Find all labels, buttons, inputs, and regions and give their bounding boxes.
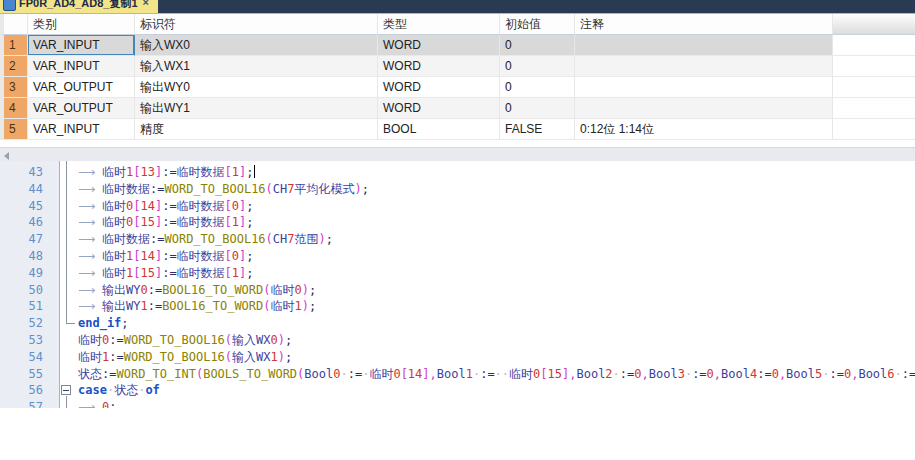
column-header-3[interactable]: 初始值	[500, 14, 575, 35]
column-header-0[interactable]: 类别	[28, 14, 135, 35]
close-icon[interactable]: ×	[143, 0, 149, 8]
token-id: 临时数据	[177, 266, 225, 280]
token-op: :=	[692, 367, 706, 381]
row-number-cell[interactable]: 3	[0, 77, 28, 98]
row-number-cell[interactable]: 4	[0, 98, 28, 119]
cell-initial[interactable]: 0	[500, 77, 575, 98]
code-line-57[interactable]: ⟶0:	[78, 399, 915, 408]
code-area[interactable]: ⟶临时1[13]:=临时数据[1];⟶临时数据:=WORD_TO_BOOL16(…	[0, 161, 915, 408]
tab-whitespace-icon: ⟶	[78, 248, 102, 265]
token-punc: )	[302, 283, 309, 297]
code-line-55[interactable]: 状态:=WORD_TO_INT(BOOLS_TO_WORD(Bool0·:=·临…	[78, 366, 915, 383]
cell-identifier[interactable]: 输出WY0	[135, 77, 378, 98]
code-line-43[interactable]: ⟶临时1[13]:=临时数据[1];	[78, 164, 915, 181]
cell-identifier[interactable]: 精度	[135, 119, 378, 140]
code-line-51[interactable]: ⟶输出WY1:=BOOL16_TO_WORD(临时1);	[78, 298, 915, 315]
token-num: 15	[140, 215, 154, 229]
code-line-52[interactable]: end_if;	[78, 315, 915, 332]
table-horizontal-scrollbar[interactable]	[0, 147, 915, 162]
code-line-48[interactable]: ⟶临时1[14]:=临时数据[0];	[78, 248, 915, 265]
token-id: 临时数据	[177, 165, 225, 179]
token-id: 平均化模式	[295, 182, 355, 196]
cell-category[interactable]: VAR_INPUT	[28, 56, 135, 77]
cell-filler	[833, 98, 915, 119]
tab-title: FP0R_AD4_AD8_复制1	[19, 0, 138, 11]
row-number-cell[interactable]: 5	[0, 119, 28, 140]
text-cursor	[254, 165, 256, 178]
token-num: 7	[287, 232, 294, 246]
cell-category[interactable]: VAR_OUTPUT	[28, 98, 135, 119]
cell-type[interactable]: WORD	[378, 56, 500, 77]
token-punc: ,	[430, 367, 437, 381]
cell-type[interactable]: WORD	[378, 35, 500, 56]
token-id: 临时	[102, 215, 126, 229]
code-line-46[interactable]: ⟶临时0[15]:=临时数据[1];	[78, 214, 915, 231]
token-punc: [	[401, 367, 408, 381]
code-line-54[interactable]: 临时1:=WORD_TO_BOOL16(输入WX1);	[78, 349, 915, 366]
token-op: ;	[309, 299, 316, 313]
column-header-2[interactable]: 类型	[378, 14, 500, 35]
cell-comment[interactable]	[575, 98, 833, 119]
code-line-56[interactable]: case·状态·of	[78, 382, 915, 399]
token-func: WORD_TO_BOOL16	[124, 333, 225, 347]
token-num: 0	[772, 367, 779, 381]
tab-fp0r-ad4-ad8-copy1[interactable]: FP0R_AD4_AD8_复制1 ×	[0, 0, 158, 13]
fold-collapse-icon[interactable]	[61, 385, 71, 395]
scroll-left-arrow-icon[interactable]	[4, 152, 9, 160]
token-id: CH	[273, 182, 287, 196]
token-op: :=	[109, 333, 123, 347]
cell-identifier[interactable]: 输入WX1	[135, 56, 378, 77]
cell-initial[interactable]: FALSE	[500, 119, 575, 140]
cell-identifier[interactable]: 输入WX0	[135, 35, 378, 56]
token-kw: end_if	[78, 316, 121, 330]
cell-initial[interactable]: 0	[500, 56, 575, 77]
tab-whitespace-icon: ⟶	[78, 298, 102, 315]
token-id: 输入WX	[232, 350, 270, 364]
token-num: 0	[271, 333, 278, 347]
token-id: Bool	[858, 367, 887, 381]
token-op: :=	[148, 283, 162, 297]
cell-type[interactable]: WORD	[378, 77, 500, 98]
token-op: :=	[348, 367, 362, 381]
token-op: :=	[150, 182, 164, 196]
token-num: 2	[605, 367, 612, 381]
cell-initial[interactable]: 0	[500, 35, 575, 56]
code-line-44[interactable]: ⟶临时数据:=WORD_TO_BOOL16(CH7平均化模式);	[78, 181, 915, 198]
cell-category[interactable]: VAR_INPUT	[28, 119, 135, 140]
cell-comment[interactable]	[575, 77, 833, 98]
st-code-editor[interactable]: 434445464748495051525354555657 ⟶临时1[13]:…	[0, 161, 915, 408]
cell-comment[interactable]	[575, 56, 833, 77]
code-line-53[interactable]: 临时0:=WORD_TO_BOOL16(输入WX0);	[78, 332, 915, 349]
token-num: 0	[232, 249, 239, 263]
row-number-cell[interactable]: 2	[0, 56, 28, 77]
cell-category[interactable]: VAR_INPUT	[28, 35, 135, 56]
cell-identifier[interactable]: 输出WY1	[135, 98, 378, 119]
code-line-47[interactable]: ⟶临时数据:=WORD_TO_BOOL16(CH7范围);	[78, 231, 915, 248]
token-sp: ··	[495, 367, 509, 381]
cell-type[interactable]: BOOL	[378, 119, 500, 140]
cell-type[interactable]: WORD	[378, 98, 500, 119]
token-op: ;	[362, 182, 369, 196]
token-sp: ·	[895, 367, 902, 381]
token-id: Bool	[721, 367, 750, 381]
token-op: ;	[246, 215, 253, 229]
cell-filler	[833, 119, 915, 140]
tab-whitespace-icon: ⟶	[78, 198, 102, 215]
code-line-49[interactable]: ⟶临时1[15]:=临时数据[1];	[78, 265, 915, 282]
cell-filler	[833, 35, 915, 56]
token-id: 状态	[114, 383, 138, 397]
row-number-cell[interactable]: 1	[0, 35, 28, 56]
code-line-50[interactable]: ⟶输出WY0:=BOOL16_TO_WORD(临时0);	[78, 282, 915, 299]
cell-comment[interactable]	[575, 35, 833, 56]
cell-comment[interactable]: 0:12位 1:14位	[575, 119, 833, 140]
code-line-45[interactable]: ⟶临时0[14]:=临时数据[0];	[78, 198, 915, 215]
token-num: 1	[232, 215, 239, 229]
token-id: 临时	[102, 199, 126, 213]
cell-category[interactable]: VAR_OUTPUT	[28, 77, 135, 98]
cell-initial[interactable]: 0	[500, 98, 575, 119]
token-id: Bool	[437, 367, 466, 381]
column-header-1[interactable]: 标识符	[135, 14, 378, 35]
token-func: WORD_TO_BOOL16	[124, 350, 225, 364]
token-op: :=	[109, 350, 123, 364]
column-header-4[interactable]: 注释	[575, 14, 833, 35]
